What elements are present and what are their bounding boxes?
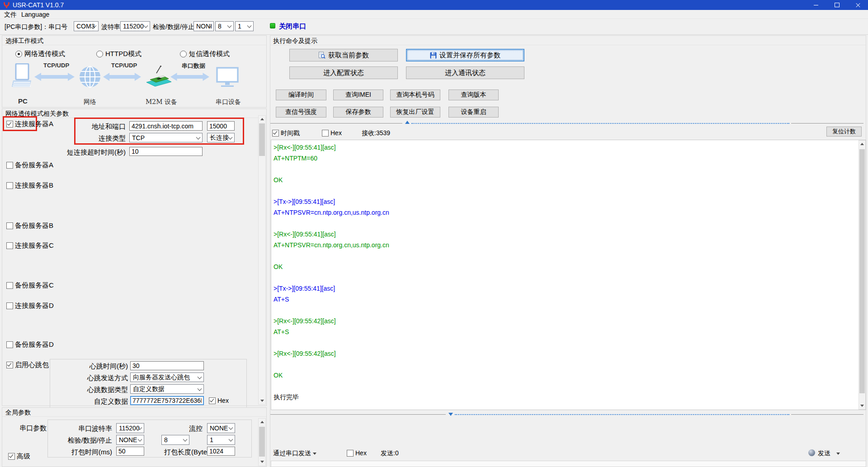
log-scroll-thumb[interactable] bbox=[859, 149, 865, 393]
serial-node-label: 串口设备 bbox=[216, 98, 241, 106]
log-scroll-down[interactable] bbox=[859, 402, 866, 410]
query-imei-button[interactable]: 查询IMEI bbox=[333, 90, 383, 100]
radio-sms-passthrough[interactable] bbox=[180, 51, 187, 57]
server-a-address-input[interactable] bbox=[129, 121, 203, 131]
log-line: AT+NTPTM=60 bbox=[274, 153, 857, 164]
conn-type-select[interactable]: TCP bbox=[129, 133, 203, 142]
log-line: >[Rx<-][09:55:41][asc] bbox=[274, 142, 857, 153]
net-params-scroll-up[interactable] bbox=[258, 115, 266, 123]
send-button[interactable]: 发送 bbox=[808, 448, 844, 458]
close-button[interactable] bbox=[847, 0, 868, 10]
heartbeat-type-select[interactable]: 自定义数据 bbox=[130, 384, 204, 394]
heartbeat-time-input[interactable] bbox=[130, 361, 204, 370]
server-d-checkbox[interactable] bbox=[6, 302, 13, 309]
heartbeat-time-label: 心跳时间(秒) bbox=[69, 362, 128, 371]
menu-bar: 文件 Language bbox=[0, 10, 868, 19]
backup-a-checkbox[interactable] bbox=[6, 162, 13, 169]
heartbeat-checkbox[interactable] bbox=[6, 362, 13, 368]
query-version-button[interactable]: 查询版本 bbox=[448, 90, 499, 100]
network-globe-icon bbox=[79, 66, 101, 88]
keepalive-select[interactable]: 长连接 bbox=[207, 133, 235, 142]
heartbeat-hex-checkbox[interactable] bbox=[209, 397, 216, 404]
command-panel-title-divider bbox=[270, 45, 866, 45]
global-scroll-thumb[interactable] bbox=[259, 427, 265, 457]
short-timeout-label: 短连接超时时间(秒) bbox=[62, 148, 126, 157]
send-hex-checkbox[interactable] bbox=[347, 450, 354, 457]
global-baud-select[interactable]: 115200 bbox=[116, 423, 144, 433]
send-dropdown-arrow-icon bbox=[836, 453, 840, 455]
global-databits-select[interactable]: 8 bbox=[161, 435, 189, 445]
heartbeat-mode-select[interactable]: 向服务器发送心跳包 bbox=[130, 373, 204, 382]
advanced-checkbox[interactable] bbox=[8, 453, 15, 460]
send-input-area[interactable] bbox=[271, 461, 866, 467]
pack-len-input[interactable] bbox=[207, 447, 235, 456]
flow-select[interactable]: NONE bbox=[207, 423, 235, 433]
maximize-button[interactable] bbox=[826, 0, 847, 10]
minimize-button[interactable] bbox=[806, 0, 826, 10]
heartbeat-label: 启用心跳包 bbox=[15, 361, 49, 369]
log-hex-checkbox[interactable] bbox=[322, 130, 329, 137]
global-parity-value: NONE bbox=[119, 436, 137, 443]
server-c-checkbox[interactable] bbox=[6, 242, 13, 249]
net-params-scroll-thumb[interactable] bbox=[259, 123, 265, 156]
bottom-splitter-groove bbox=[270, 414, 446, 415]
global-scroll-up[interactable] bbox=[258, 418, 266, 426]
backup-d-checkbox[interactable] bbox=[6, 341, 13, 348]
net-params-scroll-down[interactable] bbox=[258, 397, 266, 405]
addr-port-label: 地址和端口 bbox=[75, 123, 126, 131]
global-baud-label: 串口波特率 bbox=[58, 425, 112, 433]
query-signal-button[interactable]: 查信号强度 bbox=[276, 107, 326, 118]
query-number-button[interactable]: 查询本机号码 bbox=[390, 90, 440, 100]
menu-language[interactable]: Language bbox=[21, 11, 49, 18]
parity-select[interactable]: NONI bbox=[193, 21, 214, 31]
save-params-label: 保存参数 bbox=[346, 108, 371, 116]
send-via-serial-dropdown[interactable]: 通过串口发送 bbox=[273, 449, 318, 458]
com-port-select[interactable]: COM3 bbox=[74, 21, 99, 31]
baud-value: 115200 bbox=[123, 23, 144, 30]
arrow-network-m2m-icon bbox=[103, 72, 141, 81]
log-line: 执行完毕 bbox=[274, 392, 857, 402]
log-scroll-up[interactable] bbox=[859, 140, 866, 148]
radio-httpd[interactable] bbox=[96, 51, 103, 57]
log-output-area[interactable]: >[Rx<-][09:55:41][asc] AT+NTPTM=60 OK >[… bbox=[271, 140, 866, 410]
backup-c-checkbox[interactable] bbox=[6, 282, 13, 289]
short-timeout-input[interactable] bbox=[129, 147, 203, 156]
enter-comm-button[interactable]: 进入通讯状态 bbox=[406, 66, 524, 79]
compile-time-button[interactable]: 编译时间 bbox=[276, 90, 326, 100]
factory-reset-button[interactable]: 恢复出厂设置 bbox=[390, 107, 440, 118]
radio-net-passthrough-label: 网络透传模式 bbox=[24, 50, 65, 58]
databits-select[interactable]: 8 bbox=[215, 21, 234, 31]
global-scroll-down[interactable] bbox=[258, 458, 266, 466]
radio-net-passthrough[interactable] bbox=[15, 51, 22, 57]
server-a-label: 连接服务器A bbox=[15, 120, 53, 128]
global-stopbits-select[interactable]: 1 bbox=[207, 435, 235, 445]
global-parity-select[interactable]: NONE bbox=[116, 435, 144, 445]
m2m-device-icon bbox=[145, 65, 173, 89]
set-save-params-button[interactable]: 设置并保存所有参数 bbox=[406, 49, 524, 61]
backup-b-checkbox[interactable] bbox=[6, 222, 13, 229]
scroll-up-icon bbox=[860, 143, 864, 145]
send-orb-icon bbox=[808, 449, 815, 456]
pack-time-input[interactable] bbox=[116, 447, 144, 456]
keepalive-value: 长连接 bbox=[210, 134, 229, 142]
log-line bbox=[274, 185, 857, 196]
save-params-button[interactable]: 保存参数 bbox=[333, 107, 383, 118]
advanced-label: 高级 bbox=[17, 452, 30, 461]
server-a-port-input[interactable] bbox=[207, 121, 235, 131]
server-a-checkbox[interactable] bbox=[6, 121, 13, 127]
radio-httpd-label: HTTPD模式 bbox=[105, 50, 142, 58]
get-params-button[interactable]: 获取当前参数 bbox=[289, 49, 398, 61]
menu-file[interactable]: 文件 bbox=[4, 11, 17, 19]
server-b-checkbox[interactable] bbox=[6, 182, 13, 189]
reset-count-button[interactable]: 复位计数 bbox=[826, 127, 862, 137]
close-port-button[interactable]: 关闭串口 bbox=[269, 21, 319, 32]
top-splitter-thumb[interactable] bbox=[405, 121, 410, 124]
timestamp-checkbox[interactable] bbox=[272, 130, 279, 137]
baud-select[interactable]: 115200 bbox=[120, 21, 150, 31]
enter-config-button[interactable]: 进入配置状态 bbox=[289, 66, 398, 79]
device-restart-button[interactable]: 设备重启 bbox=[448, 107, 499, 118]
heartbeat-data-input[interactable] bbox=[130, 396, 204, 405]
stopbits-select[interactable]: 1 bbox=[235, 21, 254, 31]
bottom-splitter-thumb[interactable] bbox=[448, 413, 453, 416]
backup-c-label: 备份服务器C bbox=[15, 281, 54, 290]
